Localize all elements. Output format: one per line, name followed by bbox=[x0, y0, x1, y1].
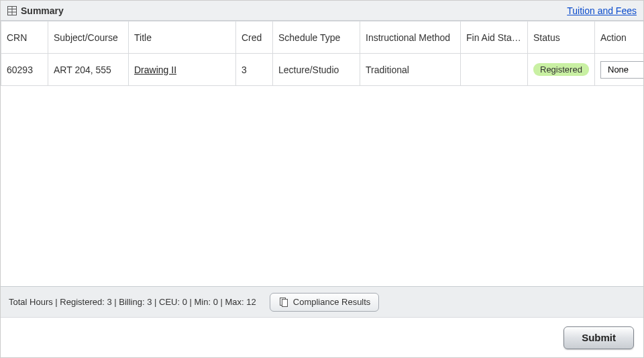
cell-cred: 3 bbox=[236, 54, 273, 86]
col-title[interactable]: Title bbox=[129, 21, 236, 54]
tuition-and-fees-link[interactable]: Tuition and Fees bbox=[567, 5, 637, 16]
submit-bar: Submit bbox=[1, 317, 643, 357]
summary-title-wrap: Summary bbox=[7, 5, 64, 16]
table-row: 60293 ART 204, 555 Drawing II 3 Lecture/… bbox=[1, 54, 644, 86]
col-subject-course[interactable]: Subject/Course bbox=[48, 21, 129, 54]
compliance-results-label: Compliance Results bbox=[293, 297, 371, 307]
table-empty-area bbox=[1, 86, 643, 286]
col-fin-aid-status[interactable]: Fin Aid Status bbox=[461, 21, 528, 54]
course-title-link[interactable]: Drawing II bbox=[134, 64, 176, 75]
status-badge: Registered bbox=[533, 63, 589, 76]
submit-button[interactable]: Submit bbox=[564, 326, 634, 349]
col-instructional-method[interactable]: Instructional Method bbox=[360, 21, 461, 54]
totals-bar: Total Hours | Registered: 3 | Billing: 3… bbox=[1, 286, 643, 317]
col-action[interactable]: Action bbox=[595, 21, 644, 54]
col-cred[interactable]: Cred bbox=[236, 21, 273, 54]
compliance-doc-icon bbox=[278, 297, 289, 308]
summary-header: Summary Tuition and Fees bbox=[1, 1, 643, 21]
cell-status: Registered bbox=[528, 54, 595, 86]
totals-text: Total Hours | Registered: 3 | Billing: 3… bbox=[9, 297, 256, 307]
col-schedule-type[interactable]: Schedule Type bbox=[273, 21, 360, 54]
col-status[interactable]: Status bbox=[528, 21, 595, 54]
cell-fin-aid-status bbox=[461, 54, 528, 86]
table-header-row: CRN Subject/Course Title Cred Schedule T… bbox=[1, 21, 644, 54]
col-crn[interactable]: CRN bbox=[1, 21, 48, 54]
action-select[interactable]: None bbox=[600, 61, 643, 79]
compliance-results-button[interactable]: Compliance Results bbox=[270, 293, 380, 312]
cell-crn: 60293 bbox=[1, 54, 48, 86]
cell-title: Drawing II bbox=[129, 54, 236, 86]
summary-grid-icon bbox=[7, 6, 17, 15]
cell-action: None bbox=[595, 54, 644, 86]
svg-rect-5 bbox=[282, 299, 287, 306]
summary-title: Summary bbox=[21, 5, 64, 16]
cell-instructional-method: Traditional bbox=[360, 54, 461, 86]
cell-subject-course: ART 204, 555 bbox=[48, 54, 129, 86]
summary-table-wrap: CRN Subject/Course Title Cred Schedule T… bbox=[1, 21, 643, 286]
cell-schedule-type: Lecture/Studio bbox=[273, 54, 360, 86]
summary-table: CRN Subject/Course Title Cred Schedule T… bbox=[1, 21, 643, 86]
